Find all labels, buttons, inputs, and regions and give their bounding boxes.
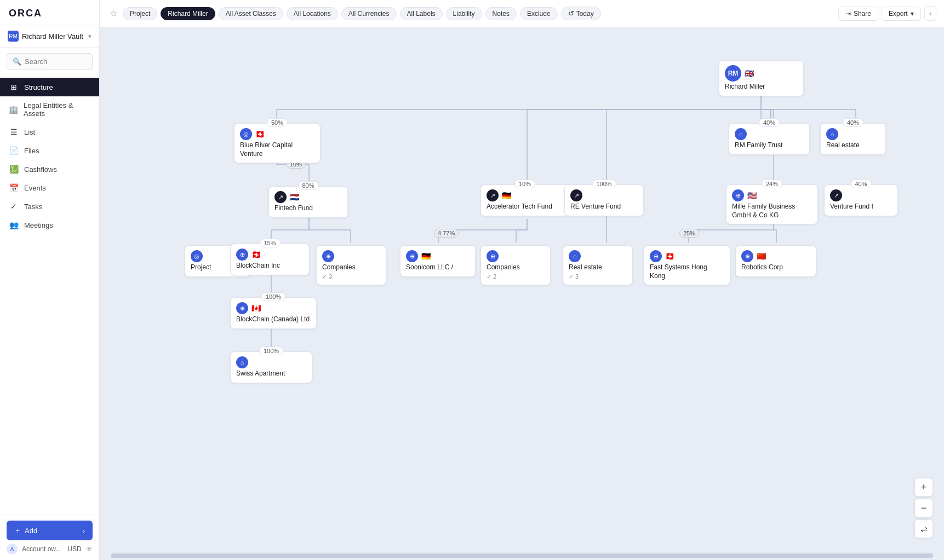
accelerator-icon: ↗	[487, 189, 499, 201]
companies-1-count: ✓ 3	[322, 273, 380, 280]
swiss-apartment-badge: 100%	[259, 347, 283, 355]
real-estate-mid-count: ✓ 3	[569, 273, 627, 280]
richard-miller-avatar: RM	[725, 65, 741, 82]
search-box[interactable]: 🔍	[7, 53, 93, 70]
horizontal-scrollbar[interactable]	[111, 553, 933, 558]
nav-items: ⊞ Structure 🏢 Legal Entities & Assets ☰ …	[0, 76, 99, 515]
companies-2-icon: ⊕	[487, 250, 499, 262]
blue-river-icon: ◎	[240, 128, 252, 140]
fintech-badge: 80%	[297, 181, 318, 190]
soonicorn-icon: ⊕	[406, 250, 418, 262]
node-blockchain-canada[interactable]: 100% ⊕ 🇨🇦 BlockChain (Canada) Ltd	[230, 297, 317, 329]
star-icon-button[interactable]: ☆	[107, 6, 119, 21]
real-estate-top-badge: 40%	[843, 118, 863, 127]
filter-button[interactable]: ⇌	[914, 519, 933, 538]
labels-pill[interactable]: All Labels	[400, 7, 443, 20]
node-blockchain-inc[interactable]: 15% ⊕ 🇨🇭 BlockChain Inc	[230, 244, 310, 275]
fintech-icon: ↗	[274, 191, 287, 203]
companies-2-label: Companies	[487, 263, 545, 272]
zoom-in-button[interactable]: +	[914, 478, 933, 497]
exclude-pill[interactable]: Exclude	[520, 7, 558, 20]
account-icon: A	[7, 544, 18, 555]
node-accelerator-tech[interactable]: 10% ↗ 🇩🇪 Accelerator Tech Fund	[480, 184, 569, 216]
arrow-right-icon: ›	[83, 527, 85, 535]
blockchain-canada-badge: 100%	[261, 292, 285, 301]
node-rm-family-trust[interactable]: 40% ⌂ RM Family Trust	[729, 123, 810, 155]
sidebar-item-list[interactable]: ☰ List	[0, 123, 99, 141]
rm-trust-label: RM Family Trust	[735, 141, 804, 150]
fast-systems-label: Fast Systems Hong Kong	[650, 263, 724, 280]
vault-name: Richard Miller Vault	[22, 32, 85, 41]
companies-1-label: Companies	[322, 263, 380, 272]
notes-pill[interactable]: Notes	[485, 7, 517, 20]
cashflows-icon: 💹	[9, 165, 19, 174]
real-estate-mid-icon: ⌂	[569, 250, 581, 262]
search-input[interactable]	[25, 57, 87, 66]
mille-label: Mille Family Business GmbH & Co KG	[732, 203, 812, 220]
node-richard-miller[interactable]: RM 🇬🇧 Richard Miller	[719, 60, 804, 96]
canvas[interactable]: 10% 4.77% 25% RM 🇬🇧 Richard Miller 50% ◎…	[100, 27, 944, 560]
export-button[interactable]: Export ▾	[882, 7, 921, 21]
node-companies-2[interactable]: ⊕ Companies ✓ 2	[480, 245, 551, 285]
locations-pill[interactable]: All Locations	[287, 7, 338, 20]
node-real-estate-top[interactable]: 40% ⌂ Real estate	[820, 123, 886, 155]
swiss-apartment-icon: ⌂	[236, 356, 248, 368]
blue-river-badge: 50%	[267, 118, 288, 127]
refresh-icon: ↺	[568, 9, 574, 18]
account-row[interactable]: A Account ow... USD 👁	[7, 544, 93, 555]
node-soonicorn[interactable]: ⊕ 🇩🇪 Soonicorn LLC /	[400, 245, 476, 277]
swiss-apartment-label: Swiss Apartment	[236, 370, 306, 378]
venture-fund-badge: 40%	[850, 180, 871, 188]
blue-river-label: Blue River Capital Venture	[240, 141, 314, 158]
add-button[interactable]: ＋ Add ›	[7, 521, 93, 540]
person-pill[interactable]: Richard Miller	[161, 7, 215, 20]
real-estate-top-label: Real estate	[826, 141, 880, 150]
zoom-out-button[interactable]: −	[914, 499, 933, 517]
venture-fund-icon: ↗	[830, 189, 842, 201]
node-robotics-corp[interactable]: ⊕ 🇨🇳 Robotics Corp	[735, 245, 816, 277]
today-pill[interactable]: ↺ Today	[561, 7, 601, 20]
project-pill[interactable]: Project	[123, 7, 157, 20]
sidebar-item-structure[interactable]: ⊞ Structure	[0, 78, 99, 96]
node-real-estate-mid[interactable]: ⌂ Real estate ✓ 3	[563, 245, 633, 285]
canvas-inner: 10% 4.77% 25% RM 🇬🇧 Richard Miller 50% ◎…	[100, 27, 944, 520]
vault-selector[interactable]: RM Richard Miller Vault ▾	[0, 25, 99, 48]
sidebar-item-tasks[interactable]: ✓ Tasks	[0, 197, 99, 216]
node-companies-1[interactable]: ⊕ Companies ✓ 3	[316, 245, 386, 285]
node-fintech-fund[interactable]: 80% ↗ 🇳🇱 Fintech Fund	[268, 186, 348, 218]
node-swiss-apartment[interactable]: 100% ⌂ Swiss Apartment	[230, 351, 312, 383]
app-logo: ORCA	[9, 8, 90, 19]
sidebar-item-events[interactable]: 📅 Events	[0, 178, 99, 197]
eye-icon: 👁	[86, 545, 93, 553]
blockchain-inc-icon: ⊕	[236, 249, 248, 261]
sidebar-item-legal[interactable]: 🏢 Legal Entities & Assets	[0, 96, 99, 123]
currencies-pill[interactable]: All Currencies	[341, 7, 397, 20]
node-re-venture[interactable]: 100% ↗ RE Venture Fund	[564, 184, 644, 216]
sidebar-item-cashflows[interactable]: 💹 Cashflows	[0, 160, 99, 178]
blockchain-inc-badge: 15%	[259, 239, 280, 247]
plus-icon: ＋	[14, 526, 21, 535]
blockchain-inc-label: BlockChain Inc	[236, 262, 304, 270]
sidebar-item-meetings[interactable]: 👥 Meetings	[0, 216, 99, 234]
legal-icon: 🏢	[9, 105, 18, 114]
logo-area: ORCA	[0, 0, 99, 25]
share-icon: ⇥	[845, 10, 851, 18]
liability-pill[interactable]: Liability	[446, 7, 482, 20]
mille-badge: 24%	[762, 180, 782, 188]
node-mille-family[interactable]: 24% ⊕ 🇺🇸 Mille Family Business GmbH & Co…	[726, 184, 818, 224]
share-button[interactable]: ⇥ Share	[838, 7, 878, 21]
topbar: ☆ Project Richard Miller All Asset Class…	[100, 0, 944, 27]
collapse-panel-button[interactable]: ‹	[924, 6, 936, 21]
fast-systems-icon: ⊕	[650, 250, 662, 262]
asset-class-pill[interactable]: All Asset Classes	[219, 7, 283, 20]
node-fast-systems[interactable]: ⊕ 🇨🇭 Fast Systems Hong Kong	[644, 245, 730, 285]
node-venture-fund-i[interactable]: 40% ↗ Venture Fund I	[824, 184, 898, 216]
meetings-icon: 👥	[9, 221, 19, 229]
main-content: ☆ Project Richard Miller All Asset Class…	[100, 0, 944, 560]
sidebar-item-files[interactable]: 📄 Files	[0, 141, 99, 160]
chevron-down-icon: ▾	[88, 33, 91, 40]
chevron-down-icon: ▾	[911, 10, 914, 18]
sidebar: ORCA RM Richard Miller Vault ▾ 🔍 ⊞ Struc…	[0, 0, 100, 560]
node-blue-river[interactable]: 50% ◎ 🇨🇭 Blue River Capital Venture	[234, 123, 321, 163]
real-estate-top-icon: ⌂	[826, 128, 838, 140]
